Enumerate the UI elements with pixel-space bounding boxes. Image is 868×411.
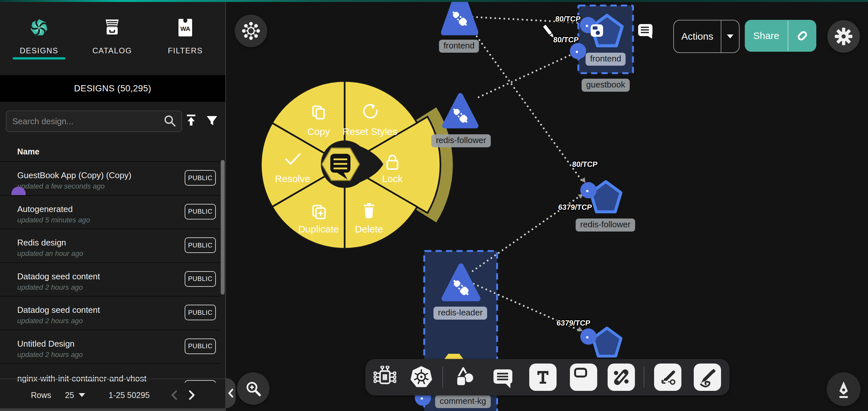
actions-label: Actions — [674, 31, 721, 42]
radial-lock-label: Lock — [382, 173, 403, 184]
node-redis-leader-service[interactable] — [441, 263, 480, 304]
copy-link-button[interactable] — [788, 28, 816, 43]
radial-duplicate-label: Duplicate — [298, 224, 339, 234]
note-tool[interactable] — [570, 363, 597, 391]
edge-port-label: 80/TCP — [572, 160, 598, 169]
tab-catalog-label: CATALOG — [76, 46, 148, 55]
radial-reset-label: Reset Styles — [343, 126, 397, 137]
share-button[interactable]: Share — [745, 20, 816, 52]
sidebar-footer-strip — [0, 408, 225, 411]
relationship-tool[interactable] — [608, 363, 635, 391]
design-row[interactable]: Datadog seed content updated 2 hours ago… — [0, 262, 220, 296]
pen-tool-button[interactable] — [827, 372, 861, 406]
actions-button[interactable]: Actions — [673, 20, 740, 53]
comment-tool[interactable] — [489, 363, 517, 391]
port-circle[interactable] — [580, 182, 596, 198]
actions-dropdown-toggle[interactable] — [721, 34, 739, 38]
edge-port-label: 80/TCP — [555, 14, 581, 23]
node-label: comment-kg — [435, 395, 491, 408]
panel-title: DESIGNS (50,295) — [0, 75, 225, 102]
sidebar-scrollbar[interactable] — [221, 160, 225, 295]
visibility-badge: PUBLIC — [185, 204, 216, 219]
tab-filters-label: FILTERS — [150, 46, 221, 55]
radial-copy-label: Copy — [307, 126, 330, 137]
wasm-filter-icon: WA — [177, 18, 194, 38]
freehand-draw-tool[interactable] — [694, 363, 721, 391]
node-label: redis-leader — [433, 306, 487, 320]
design-row[interactable]: Untitled Design updated 2 hours ago PUBL… — [0, 330, 220, 363]
search-icon[interactable] — [162, 114, 178, 130]
avatar — [11, 187, 26, 195]
next-page-button[interactable] — [186, 379, 197, 411]
visibility-badge: PUBLIC — [185, 237, 216, 253]
node-redis-leader-deployment[interactable] — [591, 326, 623, 360]
group-label: guestbook — [582, 79, 630, 92]
radial-delete-label: Delete — [355, 224, 383, 234]
kubernetes-context-button[interactable] — [235, 14, 267, 47]
caret-down-icon — [727, 34, 734, 38]
kanvas-app: DESIGNS CATALOG WA FILTERS — [0, 0, 868, 411]
rows-label: Rows — [31, 379, 51, 411]
pagination-bar: Rows 25 1-25 50295 — [0, 379, 225, 411]
gear-icon — [834, 26, 854, 47]
comment-bubble-icon[interactable] — [638, 23, 653, 40]
design-row[interactable]: Datadog seed content updated 2 hours ago… — [0, 296, 220, 330]
node-frontend-service[interactable] — [441, 0, 478, 37]
design-row[interactable]: Autogenerated updated 5 minutes ago PUBL… — [0, 195, 220, 229]
kubernetes-tool[interactable] — [408, 363, 435, 391]
design-row[interactable]: Redis design updated an hour ago PUBLIC — [0, 229, 220, 262]
comment-kg-node[interactable] — [442, 353, 466, 359]
node-label: frontend — [586, 53, 625, 66]
port-circle[interactable] — [570, 43, 586, 59]
import-design-icon[interactable] — [182, 111, 200, 129]
link-icon — [795, 28, 810, 43]
radial-context-menu: Copy Reset Styles Lock Delete Duplicate … — [226, 0, 868, 411]
design-row[interactable]: GuestBook App (Copy) (Copy) updated a fe… — [0, 161, 220, 195]
visibility-badge: PUBLIC — [185, 305, 216, 320]
rows-per-page-select[interactable]: 25 — [65, 379, 85, 411]
visibility-badge: PUBLIC — [185, 271, 216, 287]
radial-resolve-label: Resolve — [275, 173, 310, 184]
node-label: frontend — [439, 40, 479, 53]
caret-down-icon — [79, 393, 85, 397]
search-box — [6, 111, 182, 132]
node-label: redis-follower — [431, 134, 491, 147]
pen-arrow-tool[interactable] — [654, 363, 681, 391]
toolbar-divider — [644, 367, 644, 388]
pagination-range: 1-25 50295 — [108, 379, 150, 411]
tab-designs-label: DESIGNS — [3, 46, 75, 55]
tab-filters[interactable]: WA FILTERS — [150, 2, 221, 74]
prev-page-button[interactable] — [169, 379, 180, 411]
design-canvas[interactable]: Copy Reset Styles Lock Delete Duplicate … — [226, 0, 868, 411]
component-graph-tool[interactable] — [371, 363, 399, 391]
port-circle[interactable] — [580, 328, 596, 345]
settings-button[interactable] — [827, 20, 860, 53]
shapes-tool[interactable] — [451, 363, 478, 391]
catalog-archive-icon — [103, 18, 121, 38]
tab-designs[interactable]: DESIGNS — [3, 2, 75, 74]
column-header-name: Name — [17, 147, 39, 156]
share-label: Share — [745, 30, 788, 41]
svg-text:WA: WA — [180, 25, 190, 32]
active-tab-underline — [13, 57, 65, 59]
text-tool[interactable] — [529, 363, 557, 391]
save-state-icon — [590, 24, 603, 38]
node-redis-follower-service[interactable] — [442, 93, 478, 131]
filter-funnel-icon[interactable] — [203, 111, 221, 129]
design-list: GuestBook App (Copy) (Copy) updated a fe… — [0, 161, 220, 383]
node-label: redis-follower — [576, 218, 635, 232]
top-accent-bar — [0, 0, 868, 2]
zoom-in-button[interactable] — [237, 372, 270, 405]
visibility-badge: PUBLIC — [185, 339, 216, 354]
edge-port-label: 6379/TCP — [558, 203, 592, 212]
edge-port-label: 80/TCP — [553, 35, 579, 44]
toolbar-divider — [442, 367, 443, 388]
meshery-logo-icon — [30, 18, 49, 38]
canvas-toolbar — [365, 359, 730, 395]
designs-sidebar: DESIGNS CATALOG WA FILTERS — [0, 2, 226, 411]
visibility-badge: PUBLIC — [185, 170, 216, 186]
edge-port-label: 6379/TCP — [556, 319, 591, 327]
tab-catalog[interactable]: CATALOG — [76, 2, 148, 74]
search-input[interactable] — [6, 111, 181, 131]
